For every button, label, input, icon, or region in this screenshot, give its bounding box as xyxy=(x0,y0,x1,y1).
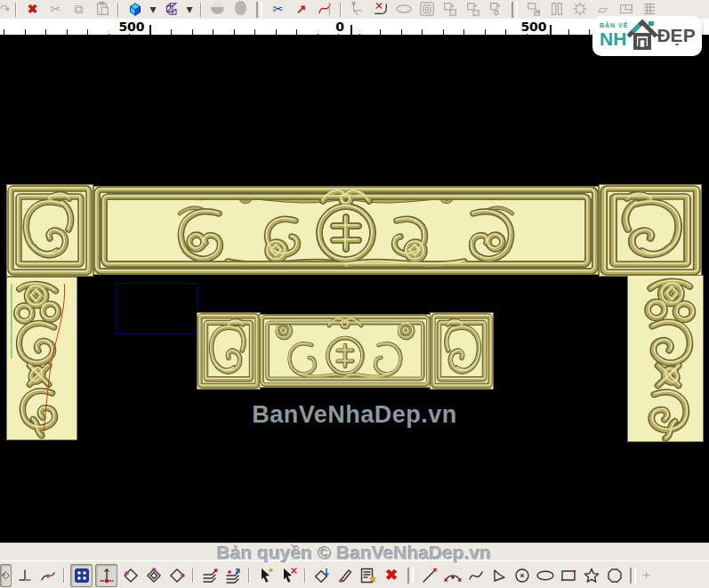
separator xyxy=(407,568,414,584)
shade-top-icon[interactable] xyxy=(207,1,228,18)
tangent-snap-icon[interactable] xyxy=(37,565,58,586)
grid-snap-toggle[interactable] xyxy=(70,564,93,587)
grid-list-icon[interactable] xyxy=(639,1,659,18)
wireframe-view-icon[interactable] xyxy=(161,1,181,18)
trim-scissors-icon[interactable]: ✂ xyxy=(268,1,288,18)
wireframe-view-dropdown-icon[interactable]: ▾ xyxy=(184,1,195,18)
ruler-major-tick xyxy=(550,25,552,35)
middle-right-corner-block[interactable] xyxy=(431,313,493,389)
separator xyxy=(248,568,250,583)
status-bar xyxy=(0,543,709,561)
paste-icon[interactable] xyxy=(92,1,112,18)
house-icon xyxy=(627,20,657,52)
draw-rectangle-icon[interactable] xyxy=(558,565,578,586)
separator xyxy=(304,568,306,583)
separator xyxy=(192,568,194,583)
delete-curves-icon[interactable]: ✖ xyxy=(381,567,402,584)
layer-new-icon[interactable] xyxy=(199,565,220,586)
top-right-corner-block[interactable] xyxy=(600,185,701,276)
app-window: ↷ ✖ ✂ ⧉ ▾ ▾ ✂ ↗ xyxy=(0,0,709,588)
more-tools-icon[interactable]: + xyxy=(641,567,651,584)
logo-word-dep: ĐẸP xyxy=(657,25,695,46)
node-edit-icon[interactable] xyxy=(347,1,367,18)
project-curve-icon[interactable] xyxy=(311,565,332,586)
separator xyxy=(340,3,342,17)
separator xyxy=(200,3,202,17)
node-smooth-icon[interactable] xyxy=(143,565,164,586)
shear-icon[interactable]: ▱ xyxy=(592,1,613,18)
redo-icon[interactable]: ↷ xyxy=(0,1,10,18)
layer-move-icon[interactable] xyxy=(222,565,243,586)
delete-node-cursor-icon[interactable] xyxy=(278,565,299,586)
node-symmetric-icon[interactable] xyxy=(166,565,187,586)
measure-arrow-icon[interactable]: ↗ xyxy=(291,1,311,18)
middle-left-corner-block[interactable] xyxy=(197,313,260,389)
shade-full-icon[interactable] xyxy=(230,1,251,18)
middle-rail-panel[interactable] xyxy=(260,315,431,387)
draw-node-pen-icon[interactable] xyxy=(334,565,355,586)
perpendicular-snap-icon[interactable] xyxy=(14,565,35,586)
draw-circle-icon[interactable] xyxy=(512,565,532,586)
draw-spline-icon[interactable] xyxy=(465,565,486,586)
node-corner-icon[interactable] xyxy=(120,565,141,586)
solid-view-icon[interactable] xyxy=(125,1,145,18)
draw-octagon-icon[interactable] xyxy=(604,565,624,586)
top-rail-panel[interactable] xyxy=(94,187,598,274)
drawing-canvas[interactable]: BanVeNhaDep.vn xyxy=(0,35,709,543)
logo-tagline: BẢN VẼ xyxy=(600,22,628,28)
separator xyxy=(63,568,65,583)
draw-line-icon[interactable] xyxy=(419,565,439,586)
transform-icon[interactable] xyxy=(523,1,544,18)
logo-word-nh: NH xyxy=(600,28,628,50)
top-left-corner-block[interactable] xyxy=(7,185,93,276)
delete-icon[interactable]: ✖ xyxy=(22,1,43,18)
draw-star-icon[interactable] xyxy=(581,565,601,586)
solid-view-dropdown-icon[interactable]: ▾ xyxy=(148,1,158,18)
cut-icon[interactable]: ✂ xyxy=(45,1,66,18)
copy-object-icon[interactable] xyxy=(439,1,460,18)
top-toolbar: ↷ ✖ ✂ ⧉ ▾ ▾ ✂ ↗ xyxy=(0,0,709,20)
ruler-label: 500 xyxy=(507,20,560,34)
ellipse-tool-icon[interactable] xyxy=(393,1,414,18)
draw-ellipse-icon[interactable] xyxy=(535,565,555,586)
snap-node-icon[interactable] xyxy=(0,564,12,587)
canvas-watermark: BanVeNhaDep.vn xyxy=(0,401,709,429)
separator xyxy=(512,2,518,18)
separator xyxy=(117,3,119,17)
pick-node-cursor-icon[interactable] xyxy=(255,565,276,586)
fillet-icon[interactable] xyxy=(370,1,391,18)
ruler-major-tick xyxy=(149,25,151,35)
duplicate-object-icon[interactable] xyxy=(463,1,483,18)
separator xyxy=(15,3,17,17)
separator xyxy=(630,568,636,584)
ruler-major-tick xyxy=(350,25,352,35)
separator xyxy=(256,2,262,18)
curve-properties-icon[interactable] xyxy=(358,565,378,586)
align-bars-icon[interactable] xyxy=(546,1,567,18)
copy-icon[interactable]: ⧉ xyxy=(68,1,89,18)
draw-arc-icon[interactable] xyxy=(442,565,463,586)
selection-rectangle xyxy=(116,283,198,334)
duplicate-object-2-icon[interactable] xyxy=(486,1,506,18)
offset-rings-icon[interactable] xyxy=(416,1,437,18)
ruler-label: 0 xyxy=(313,20,367,34)
axis-origin-toggle[interactable] xyxy=(95,564,117,587)
banvenhadep-logo: BẢN VẼ NH ĐẸP xyxy=(594,18,700,54)
bottom-toolbar: ✖ + xyxy=(0,560,709,588)
combine-rects-icon[interactable] xyxy=(616,1,636,18)
pattern-gear-icon[interactable] xyxy=(569,1,590,18)
draw-polygon-icon[interactable] xyxy=(488,565,509,586)
sketch-curve-icon[interactable] xyxy=(314,1,334,18)
